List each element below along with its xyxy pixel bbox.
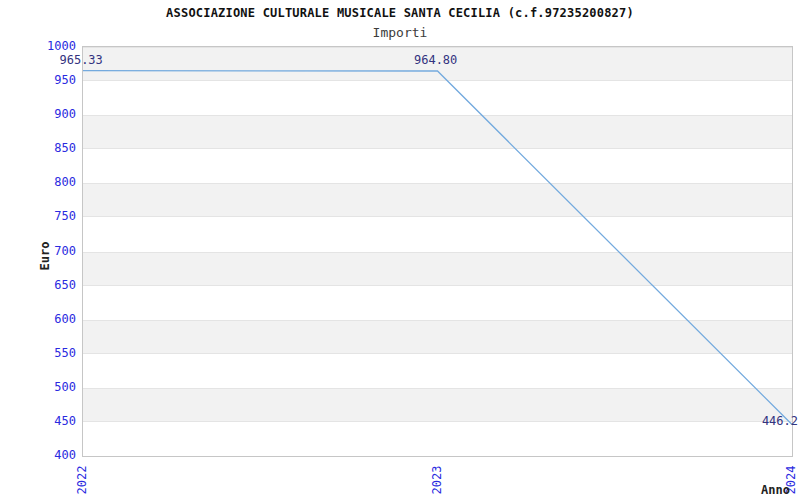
x-axis-title: Anno	[761, 483, 790, 497]
y-tick-label: 450	[0, 414, 76, 428]
chart-subtitle: Importi	[0, 25, 800, 40]
y-tick-label: 400	[0, 448, 76, 462]
y-tick-label: 900	[0, 107, 76, 121]
x-tick-label: 2022	[75, 466, 89, 495]
plot-area	[82, 46, 793, 457]
y-tick-label: 800	[0, 175, 76, 189]
y-tick-label: 600	[0, 312, 76, 326]
data-line	[83, 71, 792, 425]
x-tick-label: 2023	[430, 466, 444, 495]
y-tick-label: 1000	[0, 39, 76, 53]
point-value-label: 965.33	[59, 53, 102, 67]
y-tick-label: 750	[0, 209, 76, 223]
y-axis-title: Euro	[38, 242, 52, 271]
y-tick-label: 950	[0, 73, 76, 87]
y-tick-label: 500	[0, 380, 76, 394]
y-tick-label: 850	[0, 141, 76, 155]
point-value-label: 964.80	[414, 53, 457, 67]
chart-title: ASSOCIAZIONE CULTURALE MUSICALE SANTA CE…	[0, 6, 800, 20]
y-tick-label: 650	[0, 278, 76, 292]
chart-canvas: ASSOCIAZIONE CULTURALE MUSICALE SANTA CE…	[0, 0, 800, 500]
y-tick-label: 550	[0, 346, 76, 360]
point-value-label: 446.2	[762, 414, 798, 428]
